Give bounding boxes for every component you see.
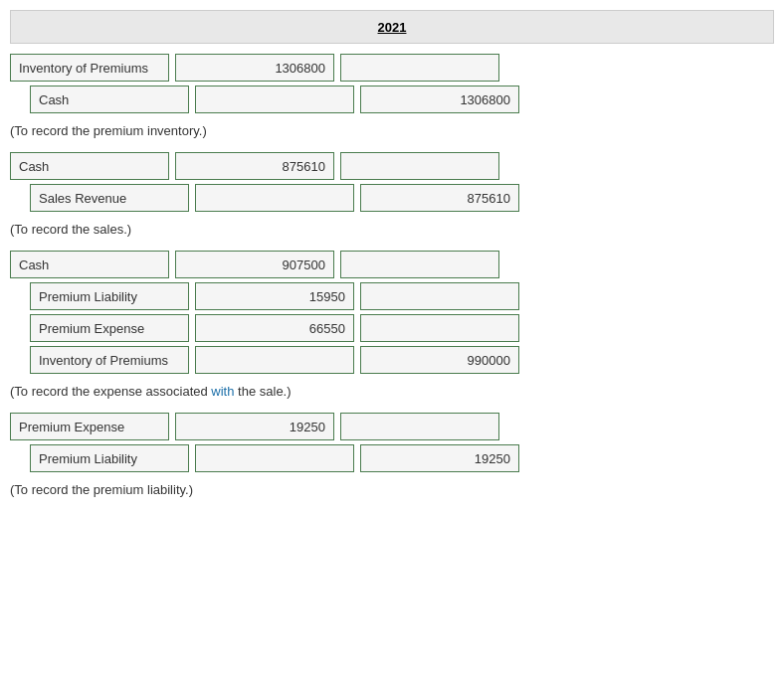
year-header: 2021 [10,10,774,44]
debit-field[interactable] [195,346,354,374]
note-text: (To record the premium inventory.) [10,117,774,142]
credit-field[interactable]: 19250 [360,444,519,472]
account-field[interactable]: Premium Liability [30,444,189,472]
account-field[interactable]: Premium Expense [10,413,169,440]
journal-row: Premium Liability15950 [10,282,774,310]
note-text: (To record the sales.) [10,216,774,241]
credit-field[interactable]: 875610 [360,184,519,212]
account-field[interactable]: Cash [30,86,189,113]
credit-field[interactable]: 1306800 [360,86,519,113]
credit-field[interactable] [340,54,499,82]
debit-field[interactable] [195,444,354,472]
account-field[interactable]: Inventory of Premiums [30,346,189,374]
account-field[interactable]: Premium Expense [30,314,189,342]
credit-field[interactable] [340,251,499,278]
credit-field[interactable] [360,282,519,310]
journal-row: Inventory of Premiums 990000 [10,346,774,374]
year-label: 2021 [378,20,407,35]
debit-field[interactable] [195,184,354,212]
journal-section-section2: Cash875610 Sales Revenue 875610(To recor… [10,152,774,241]
account-field[interactable]: Premium Liability [30,282,189,310]
debit-field[interactable] [195,86,354,113]
journal-section-section4: Premium Expense19250 Premium Liability 1… [10,413,774,501]
credit-field[interactable] [340,413,499,440]
journal-section-section1: Inventory of Premiums1306800 Cash 130680… [10,54,774,142]
debit-field[interactable]: 907500 [175,251,334,278]
credit-field[interactable] [360,314,519,342]
account-field[interactable]: Cash [10,251,169,278]
journal-row: Premium Expense66550 [10,314,774,342]
account-field[interactable]: Sales Revenue [30,184,189,212]
account-field[interactable]: Cash [10,152,169,180]
journal-row: Cash875610 [10,152,774,180]
debit-field[interactable]: 875610 [175,152,334,180]
note-text: (To record the premium liability.) [10,476,774,501]
debit-field[interactable]: 15950 [195,282,354,310]
journal-row: Premium Expense19250 [10,413,774,440]
journal-row: Cash 1306800 [10,86,774,113]
credit-field[interactable] [340,152,499,180]
debit-field[interactable]: 66550 [195,314,354,342]
journal-row: Premium Liability 19250 [10,444,774,472]
note-text: (To record the expense associated with t… [10,378,774,403]
journal-section-section3: Cash907500 Premium Liability15950 Premiu… [10,251,774,403]
journal-row: Cash907500 [10,251,774,278]
credit-field[interactable]: 990000 [360,346,519,374]
journal-row: Sales Revenue 875610 [10,184,774,212]
debit-field[interactable]: 1306800 [175,54,334,82]
account-field[interactable]: Inventory of Premiums [10,54,169,82]
journal-row: Inventory of Premiums1306800 [10,54,774,82]
debit-field[interactable]: 19250 [175,413,334,440]
